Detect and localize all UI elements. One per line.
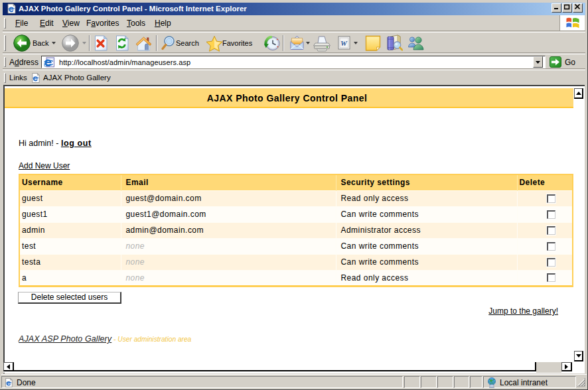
svg-text:W: W xyxy=(340,39,348,47)
